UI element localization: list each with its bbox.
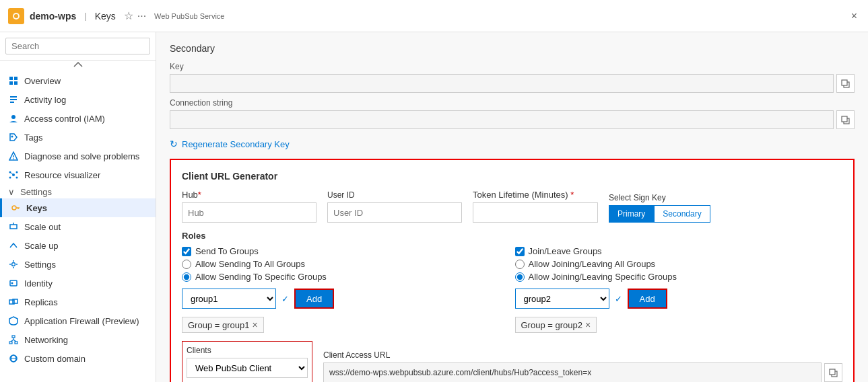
favorite-icon[interactable]: ☆ xyxy=(124,9,133,22)
key-copy-button[interactable] xyxy=(836,74,855,93)
sidebar-item-overview-label: Overview xyxy=(24,76,61,86)
sidebar-item-activity-log-label: Activity log xyxy=(24,95,66,105)
clients-group: Clients Web PubSub Client xyxy=(182,341,312,382)
userid-input[interactable] xyxy=(327,202,462,223)
add-group2-button[interactable]: Add xyxy=(628,289,667,309)
svg-point-10 xyxy=(11,136,13,138)
token-lifetime-input[interactable]: 60 xyxy=(473,202,598,223)
key-input[interactable] xyxy=(170,74,834,93)
svg-rect-30 xyxy=(9,342,12,344)
search-input[interactable] xyxy=(5,38,150,54)
roles-grid: Send To Groups Allow Sending To All Grou… xyxy=(182,246,842,333)
sidebar-item-replicas[interactable]: Replicas xyxy=(0,293,156,311)
userid-input-group: User ID xyxy=(327,190,462,223)
allow-sending-specific-groups-radio[interactable] xyxy=(182,272,191,282)
allow-sending-all-groups-label: Allow Sending To All Groups xyxy=(195,259,305,269)
group2-select[interactable]: group2 xyxy=(515,289,609,309)
sidebar-item-scale-out-label: Scale out xyxy=(24,222,61,232)
sign-key-primary-button[interactable]: Primary xyxy=(609,205,654,223)
key-input-row xyxy=(170,74,855,93)
sidebar-item-resource-visualizer-label: Resource visualizer xyxy=(24,170,100,180)
send-to-groups-checkbox[interactable] xyxy=(182,247,191,256)
sidebar-item-activity-log[interactable]: Activity log xyxy=(0,90,156,109)
allow-joining-all-groups-radio[interactable] xyxy=(515,260,525,269)
allow-sending-all-groups-radio[interactable] xyxy=(182,260,191,269)
sidebar-item-keys[interactable]: Keys xyxy=(0,198,156,217)
more-options-icon[interactable]: ··· xyxy=(137,10,146,22)
title-bar-actions[interactable]: ☆ ··· xyxy=(124,9,146,22)
sidebar-item-access-control[interactable]: Access control (IAM) xyxy=(0,109,156,128)
sidebar-item-app-firewall[interactable]: Application Firewall (Preview) xyxy=(0,311,156,330)
content-area: Secondary Key Connection string ↻ xyxy=(156,32,868,382)
sidebar-item-resource-visualizer[interactable]: Resource visualizer xyxy=(0,165,156,184)
svg-point-12 xyxy=(13,158,14,159)
token-lifetime-input-group: Token Lifetime (Minutes) * 60 xyxy=(473,190,598,223)
svg-rect-2 xyxy=(9,77,13,80)
svg-rect-3 xyxy=(14,77,18,80)
sidebar-item-custom-domain[interactable]: Custom domain xyxy=(0,349,156,368)
allow-joining-specific-groups-radio[interactable] xyxy=(515,272,525,282)
group1-checkmark: ✓ xyxy=(281,294,289,304)
group1-tag: Group = group1 × xyxy=(182,317,264,333)
svg-rect-7 xyxy=(10,99,17,100)
svg-rect-22 xyxy=(10,225,17,229)
sidebar-item-settings[interactable]: Settings xyxy=(0,255,156,274)
svg-point-24 xyxy=(12,263,15,266)
sidebar-item-identity[interactable]: Identity xyxy=(0,274,156,293)
keys-icon xyxy=(10,202,21,213)
close-button[interactable]: × xyxy=(848,7,860,25)
tags-icon xyxy=(8,132,19,143)
client-access-url-copy-button[interactable] xyxy=(824,363,842,382)
sidebar-item-keys-label: Keys xyxy=(26,203,47,213)
sidebar-item-scale-up[interactable]: Scale up xyxy=(0,236,156,255)
sidebar-item-scale-out[interactable]: Scale out xyxy=(0,217,156,236)
group2-checkmark: ✓ xyxy=(615,294,622,304)
svg-rect-41 xyxy=(842,116,847,122)
replicas-icon xyxy=(8,297,19,307)
roles-section: Roles Send To Groups Allow Sending To Al… xyxy=(182,231,842,333)
roles-label: Roles xyxy=(182,231,842,241)
clients-select[interactable]: Web PubSub Client xyxy=(187,358,308,378)
svg-rect-31 xyxy=(15,342,18,344)
connection-string-input[interactable] xyxy=(170,110,834,129)
allow-joining-specific-groups-row: Allow Joining/Leaving Specific Groups xyxy=(515,272,843,282)
group2-tag-close[interactable]: × xyxy=(585,319,591,330)
roles-col-right: Join/Leave Groups Allow Joining/Leaving … xyxy=(515,246,843,333)
svg-point-16 xyxy=(9,177,11,179)
group1-select[interactable]: group1 xyxy=(182,289,276,309)
group1-tag-close[interactable]: × xyxy=(252,319,257,330)
sidebar-item-diagnose[interactable]: Diagnose and solve problems xyxy=(0,147,156,165)
group2-tag-label: Group = group2 xyxy=(521,320,582,330)
client-access-url-label: Client Access URL xyxy=(323,350,842,360)
svg-point-15 xyxy=(16,171,18,174)
regenerate-secondary-key-button[interactable]: ↻ Regenerate Secondary Key xyxy=(170,135,290,153)
connection-string-copy-button[interactable] xyxy=(836,110,855,129)
sidebar-item-tags[interactable]: Tags xyxy=(0,128,156,147)
svg-rect-4 xyxy=(9,81,13,85)
hub-input-group: Hub* xyxy=(182,190,316,223)
client-access-url-input[interactable] xyxy=(323,362,822,382)
sidebar-item-overview[interactable]: Overview xyxy=(0,71,156,90)
group2-tag: Group = group2 × xyxy=(515,317,597,333)
hub-input[interactable] xyxy=(182,202,316,223)
allow-joining-specific-groups-label: Allow Joining/Leaving Specific Groups xyxy=(529,272,677,282)
add-group1-button[interactable]: Add xyxy=(294,289,334,309)
resource-visualizer-icon xyxy=(8,169,19,180)
sign-key-buttons: Primary Secondary xyxy=(609,205,710,223)
join-leave-groups-checkbox[interactable] xyxy=(515,247,525,256)
sign-key-secondary-button[interactable]: Secondary xyxy=(654,205,710,223)
networking-icon xyxy=(8,334,19,345)
group1-tag-label: Group = group1 xyxy=(188,320,249,330)
sidebar-item-diagnose-label: Diagnose and solve problems xyxy=(24,151,139,161)
svg-point-17 xyxy=(16,177,18,179)
access-control-icon xyxy=(8,113,19,124)
svg-point-1 xyxy=(14,14,18,18)
sidebar-item-networking[interactable]: Networking xyxy=(0,330,156,349)
svg-point-9 xyxy=(11,115,15,119)
sidebar-item-settings-label: Settings xyxy=(24,260,56,270)
sidebar-item-access-control-label: Access control (IAM) xyxy=(24,114,105,124)
app-firewall-icon xyxy=(8,315,19,326)
allow-sending-specific-groups-label: Allow Sending To Specific Groups xyxy=(195,272,327,282)
sign-key-group: Select Sign Key Primary Secondary xyxy=(609,193,710,223)
connection-string-label: Connection string xyxy=(170,98,855,108)
